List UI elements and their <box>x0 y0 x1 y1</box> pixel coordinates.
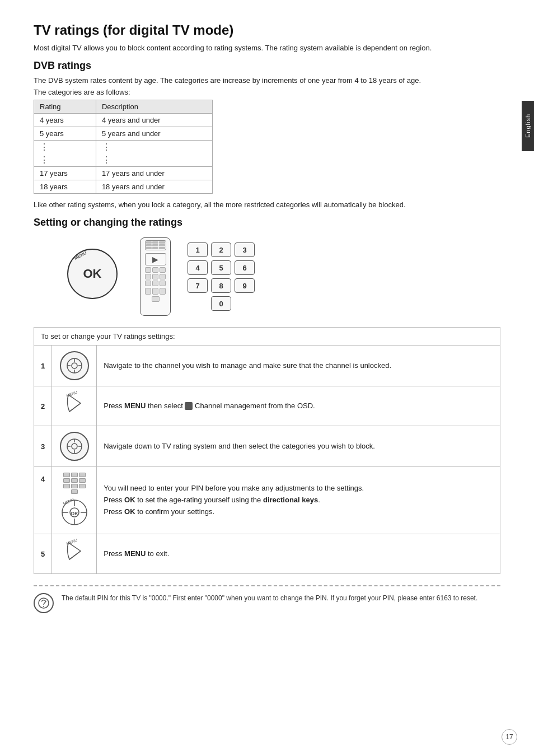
step-row-2: 2 MENU Press MENU then select Channel ma… <box>34 386 500 426</box>
key-4: 4 <box>188 260 208 275</box>
rating-18years: 18 years <box>34 180 96 194</box>
keypad-row-2: 4 5 6 <box>188 260 255 275</box>
svg-point-1 <box>72 363 77 368</box>
dots-right-2: ⋮ <box>96 153 212 167</box>
table-col-rating: Rating <box>34 100 96 114</box>
step-row-3: 3 Navigate down to TV rating system <box>34 426 500 467</box>
mini-remote-row-3 <box>63 484 86 488</box>
step-row-5: 5 MENU Press MENU to exit. <box>34 534 500 574</box>
step-row-1: 1 Navigate to the channel you wish t <box>34 346 500 386</box>
dots-row-2: ⋮ ⋮ <box>34 153 213 167</box>
step-icon-2: MENU <box>52 386 97 426</box>
step-text-2: Press MENU then select Channel managemen… <box>97 386 500 426</box>
step-num-2: 2 <box>34 386 52 426</box>
key-7: 7 <box>188 278 208 293</box>
keypad: 1 2 3 4 5 6 7 8 9 0 <box>188 242 255 311</box>
keypad-row-4: 0 <box>188 296 255 311</box>
step-row-4: 4 <box>34 467 500 534</box>
categories-label: The categories are as follows: <box>34 88 500 96</box>
side-tab: English <box>522 101 534 151</box>
ok-button-circle: MENU OK <box>67 249 118 299</box>
rating-4years: 4 years <box>34 114 96 127</box>
remote-body: ▶ <box>140 237 171 316</box>
mini-remote-btn <box>63 484 70 488</box>
key-1: 1 <box>188 242 208 257</box>
remote-single-btn <box>152 296 160 302</box>
mini-remote-btn <box>79 484 86 488</box>
keypad-row-3: 7 8 9 <box>188 278 255 293</box>
dvb-heading: DVB ratings <box>34 60 500 72</box>
mini-remote-btn <box>63 473 70 477</box>
desc-5years: 5 years and under <box>96 127 212 141</box>
step-num-5: 5 <box>34 534 52 574</box>
svg-text:OK: OK <box>71 511 78 516</box>
mini-remote-row-2 <box>63 478 86 483</box>
remote-top-block <box>145 240 166 250</box>
mini-remote-btn <box>71 484 78 488</box>
dvb-desc1: The DVB system rates content by age. The… <box>34 76 500 85</box>
svg-point-7 <box>72 444 77 449</box>
mini-remote-row-1 <box>63 473 86 477</box>
note-text: The default PIN for this TV is "0000." F… <box>62 593 477 604</box>
step-icon-5: MENU <box>52 534 97 574</box>
table-row: 17 years 17 years and under <box>34 167 213 180</box>
desc-17years: 17 years and under <box>96 167 212 180</box>
remote-btn-grid <box>145 267 166 286</box>
menu-arrow-icon-5: MENU <box>63 540 86 568</box>
ok-button-circle-area: MENU OK <box>67 249 123 305</box>
mini-remote-btn <box>71 489 78 494</box>
step-num-4: 4 <box>34 467 52 534</box>
like-other-text: Like other rating systems, when you lock… <box>34 200 500 209</box>
keypad-row-1: 1 2 3 <box>188 242 255 257</box>
step-icon-3 <box>52 426 97 467</box>
note-icon <box>34 593 54 613</box>
menu-bold-5: MENU <box>124 549 146 558</box>
table-col-description: Description <box>96 100 212 114</box>
step-text-1: Navigate to the channel you wish to mana… <box>97 346 500 386</box>
channel-mgmt-icon <box>185 402 193 410</box>
mini-remote-btn <box>71 478 78 483</box>
ok-label: OK <box>83 267 102 281</box>
key-6: 6 <box>235 260 255 275</box>
step-num-1: 1 <box>34 346 52 386</box>
svg-point-20 <box>43 606 44 607</box>
remote-bottom <box>145 288 166 295</box>
step-text-5: Press MENU to exit. <box>97 534 500 574</box>
key-0: 0 <box>211 296 231 311</box>
directional-bold-4: directional keys <box>263 496 318 504</box>
key-2: 2 <box>211 242 231 257</box>
desc-4years: 4 years and under <box>96 114 212 127</box>
table-row: 4 years 4 years and under <box>34 114 213 127</box>
ok-small-area: OK MENU <box>60 498 88 528</box>
navigate-icon-1 <box>60 351 89 380</box>
step-num-3: 3 <box>34 426 52 467</box>
remote-mid: ▶ <box>145 253 166 265</box>
steps-header: To set or change your TV ratings setting… <box>34 328 500 346</box>
table-row: 5 years 5 years and under <box>34 127 213 141</box>
menu-arc-label: MENU <box>73 250 87 262</box>
step-text-4a: You will need to enter your PIN before y… <box>104 484 364 492</box>
note-box: The default PIN for this TV is "0000." F… <box>34 585 500 613</box>
dots-right: ⋮ <box>96 141 212 154</box>
step-text-4: You will need to enter your PIN before y… <box>97 467 500 534</box>
page-title: TV ratings (for digital TV mode) <box>34 22 500 38</box>
table-row: 18 years 18 years and under <box>34 180 213 194</box>
rating-17years: 17 years <box>34 167 96 180</box>
navigate-icon-3 <box>60 432 89 461</box>
ok-bold-4b: OK <box>124 507 135 516</box>
nav-circle-svg <box>66 357 83 374</box>
steps-header-row: To set or change your TV ratings setting… <box>34 328 500 346</box>
dots-row: ⋮ ⋮ <box>34 141 213 154</box>
rating-5years: 5 years <box>34 127 96 141</box>
menu-bold-2: MENU <box>124 402 146 410</box>
dots-left-2: ⋮ <box>34 153 96 167</box>
key-3: 3 <box>235 242 255 257</box>
side-tab-label: English <box>524 114 531 138</box>
nav-circle-svg-3 <box>66 438 83 455</box>
key-8: 8 <box>211 278 231 293</box>
mini-remote-btn <box>79 473 86 477</box>
intro-text: Most digital TV allows you to block cont… <box>34 44 500 52</box>
step-text-3: Navigate down to TV rating system and th… <box>97 426 500 467</box>
menu-arrow-icon-2: MENU <box>63 392 86 420</box>
dots-left: ⋮ <box>34 141 96 154</box>
